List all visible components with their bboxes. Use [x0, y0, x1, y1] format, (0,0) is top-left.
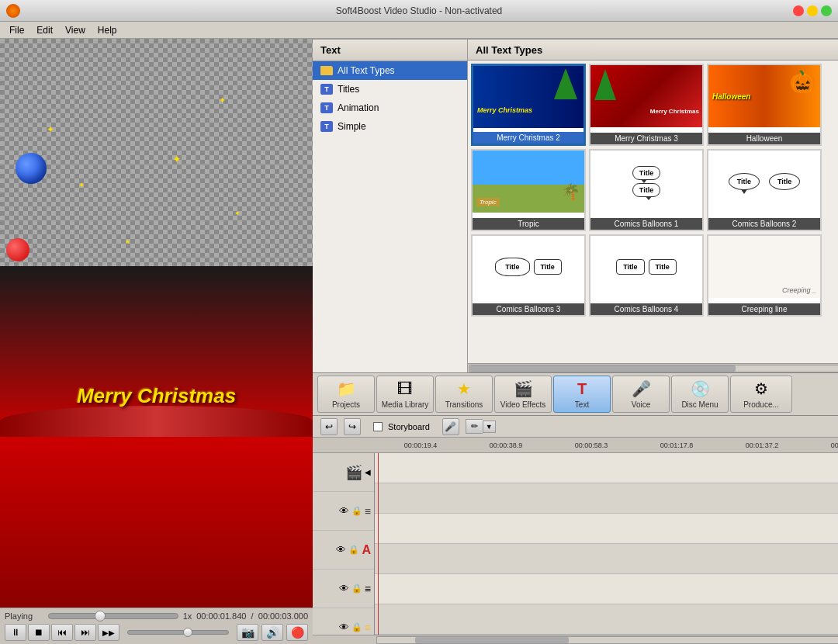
track-label-text: 👁 🔒 ≡	[313, 492, 374, 531]
maximize-button[interactable]	[821, 5, 832, 16]
thumb-bg-creeping: Creeping _	[708, 236, 820, 298]
volume-track[interactable]	[127, 630, 229, 635]
bubble-title-2: Title	[632, 183, 660, 197]
cloud-bubble-2: Title	[769, 173, 800, 190]
grid-row-3: Title Title Comics Balloons 3 Title Titl…	[471, 234, 838, 317]
storyboard-label: Storyboard	[388, 422, 430, 431]
pen-tool-group: ✏ ▼	[466, 419, 496, 434]
lock-icon-1[interactable]: 🔒	[351, 506, 362, 516]
progress-track[interactable]	[48, 613, 178, 619]
close-button[interactable]	[793, 5, 804, 16]
sidebar-label-all: All Text Types	[338, 65, 395, 76]
ruler-spacer	[313, 438, 375, 452]
rect-bubble-3: Title	[534, 259, 562, 275]
sidebar-item-titles[interactable]: T Titles	[313, 80, 467, 99]
thumb-bg-xmas2: Merry Christmas	[473, 66, 583, 128]
transitions-button[interactable]: ★ Transitions	[435, 376, 493, 413]
xmas3-tree	[594, 69, 616, 100]
record-button[interactable]: 🔴	[286, 624, 308, 641]
main-layout: ✦ ✦ ✦ ✦ ✦ ★ Merry Christmas Playing 1x 0…	[0, 39, 838, 644]
grid-item-comics3[interactable]: Title Title Comics Balloons 3	[471, 234, 586, 317]
pen-button[interactable]: ✏	[466, 419, 483, 434]
eye-icon-1[interactable]: 👁	[339, 505, 349, 517]
sidebar-item-all-text-types[interactable]: All Text Types	[313, 61, 467, 80]
grid-item-comics1[interactable]: Title Title	[589, 149, 704, 231]
grid-item-label-xmas2: Merry Christmas 2	[473, 132, 583, 144]
media-library-button[interactable]: 🎞 Media Library	[376, 376, 434, 413]
media-library-label: Media Library	[382, 400, 429, 409]
forward-button[interactable]: ▶▶	[98, 624, 119, 641]
lock-icon-4[interactable]: 🔒	[351, 622, 362, 632]
track-label-audio2: 👁 🔒 ≡	[313, 608, 374, 635]
grid-item-comics4[interactable]: Title Title Comics Balloons 4	[589, 234, 704, 317]
produce-button[interactable]: ⚙ Produce...	[730, 376, 792, 413]
next-button[interactable]: ⏭	[74, 624, 96, 641]
projects-icon: 📁	[337, 379, 356, 398]
menu-file[interactable]: File	[3, 23, 30, 37]
track-audio2[interactable]	[375, 574, 838, 604]
play-pause-button[interactable]: ⏸	[5, 624, 26, 641]
comics1-bubbles-2: Title	[632, 183, 660, 197]
grid-item-comics2[interactable]: Title Title Comics Balloons 2	[707, 149, 822, 231]
eye-icon-3[interactable]: 👁	[339, 583, 349, 594]
grid-item-xmas2[interactable]: Merry Christmas Merry Christmas 2	[471, 64, 586, 146]
xmas-wave	[0, 406, 313, 437]
volume-row: ⏸ ⏹ ⏮ ⏭ ▶▶ 📷 🔊 🔴	[5, 624, 308, 641]
track-fx[interactable]	[375, 604, 838, 635]
grid-item-xmas3[interactable]: Merry Christmas Merry Christmas 3	[589, 64, 704, 146]
app-title: Soft4Boost Video Studio - Non-activated	[336, 5, 503, 16]
progress-thumb[interactable]	[95, 611, 106, 621]
thumb-bg-tropic: 🌴 Tropic	[473, 151, 584, 213]
menu-view[interactable]: View	[59, 23, 92, 37]
menu-help[interactable]: Help	[92, 23, 123, 37]
minimize-button[interactable]	[807, 5, 818, 16]
track-text1[interactable]	[375, 483, 838, 514]
eye-icon-4[interactable]: 👁	[339, 621, 349, 633]
hscroll-thumb[interactable]	[415, 637, 569, 643]
timeline-scrollbar-h[interactable]	[313, 635, 838, 644]
eye-icon-2[interactable]: 👁	[336, 544, 346, 556]
track-audio1[interactable]	[375, 544, 838, 574]
h-scroll-track[interactable]	[469, 365, 838, 372]
grid-container[interactable]: Merry Christmas Merry Christmas 2 Merry …	[468, 61, 838, 363]
grid-item-creeping[interactable]: Creeping _ Creeping line	[707, 234, 822, 317]
stop-button[interactable]: ⏹	[28, 624, 50, 641]
t-icon-titles: T	[320, 84, 333, 95]
track-collapse-icon[interactable]: ◀	[365, 468, 371, 476]
text-button[interactable]: T Text	[553, 376, 611, 413]
h-scroll-thumb[interactable]	[470, 365, 736, 372]
star-5: ✦	[234, 209, 241, 217]
grid-item-halloween[interactable]: 🎃 Halloween Halloween	[707, 64, 822, 146]
grid-item-tropic[interactable]: 🌴 Tropic Tropic	[471, 149, 586, 231]
settings-button[interactable]: 🔊	[261, 624, 283, 641]
mic-button[interactable]: 🎤	[442, 418, 459, 435]
timeline-tracks: 🎬 ◀ 👁 🔒 ≡ 👁 🔒 A	[313, 453, 838, 635]
rect-bubble-4a: Title	[616, 259, 644, 275]
redo-button[interactable]: ↪	[344, 418, 361, 435]
voice-button[interactable]: 🎤 Voice	[612, 376, 670, 413]
sidebar-item-animation[interactable]: T Animation	[313, 99, 467, 117]
menu-edit[interactable]: Edit	[30, 23, 59, 37]
xmas2-tree	[554, 68, 577, 99]
disc-menu-button[interactable]: 💿 Disc Menu	[671, 376, 729, 413]
content-scrollbar-h[interactable]	[468, 363, 838, 372]
volume-thumb[interactable]	[183, 628, 192, 637]
hscroll-track[interactable]	[376, 636, 838, 644]
grid-item-label-xmas3: Merry Christmas 3	[590, 133, 702, 144]
track-labels: 🎬 ◀ 👁 🔒 ≡ 👁 🔒 A	[313, 453, 375, 635]
lock-icon-2[interactable]: 🔒	[348, 545, 359, 555]
media-library-icon: 🎞	[397, 380, 413, 398]
sidebar-item-simple[interactable]: T Simple	[313, 117, 467, 136]
undo-button[interactable]: ↩	[320, 418, 338, 435]
track-text2[interactable]	[375, 514, 838, 544]
transitions-icon: ★	[457, 379, 471, 398]
track-video[interactable]	[375, 453, 838, 483]
lock-icon-3[interactable]: 🔒	[351, 583, 362, 594]
storyboard-checkbox[interactable]	[373, 422, 383, 431]
projects-button[interactable]: 📁 Projects	[317, 376, 375, 413]
track-label-audio: 👁 🔒 ≡	[313, 570, 374, 608]
snapshot-button[interactable]: 📷	[237, 624, 258, 641]
pen-dropdown-button[interactable]: ▼	[483, 421, 496, 433]
prev-button[interactable]: ⏮	[51, 624, 73, 641]
video-effects-button[interactable]: 🎬 Video Effects	[494, 376, 552, 413]
